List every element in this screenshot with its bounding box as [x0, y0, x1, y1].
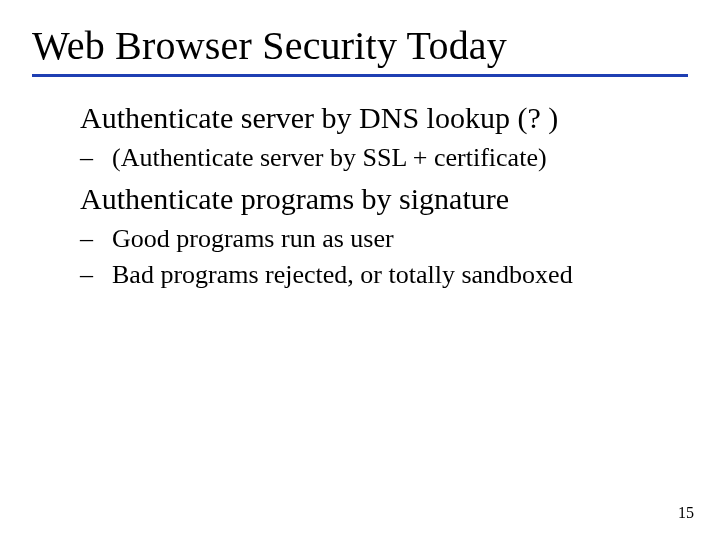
dash-icon: – — [96, 258, 112, 292]
dash-icon: – — [96, 141, 112, 175]
page-number: 15 — [678, 504, 694, 522]
slide: Web Browser Security Today Authenticate … — [0, 0, 720, 540]
bullet-text: Bad programs rejected, or totally sandbo… — [112, 260, 573, 289]
bullet-level2: – Bad programs rejected, or totally sand… — [80, 258, 680, 292]
bullet-level1: Authenticate server by DNS lookup (? ) — [80, 99, 680, 137]
bullet-level2: – (Authenticate server by SSL + certific… — [80, 141, 680, 175]
bullet-text: (Authenticate server by SSL + certificat… — [112, 143, 547, 172]
bullet-level2: – Good programs run as user — [80, 222, 680, 256]
dash-icon: – — [96, 222, 112, 256]
bullet-text: Good programs run as user — [112, 224, 394, 253]
bullet-level1: Authenticate programs by signature — [80, 180, 680, 218]
slide-body: Authenticate server by DNS lookup (? ) –… — [32, 99, 688, 291]
slide-title: Web Browser Security Today — [32, 24, 688, 77]
